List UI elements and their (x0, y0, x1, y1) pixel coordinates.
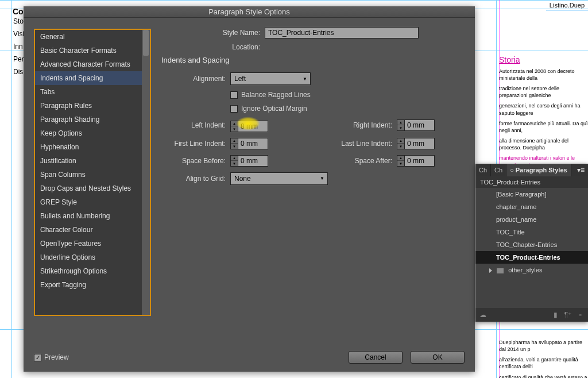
body-text: Duepipharma ha sviluppato a partire dal … (499, 339, 588, 353)
body-text: alla dimensione artigianale del processo… (499, 137, 588, 151)
disclosure-icon (489, 268, 492, 273)
balance-label: Balance Ragged Lines (241, 91, 311, 99)
balance-checkbox[interactable] (230, 91, 238, 99)
right-indent-spinner[interactable]: ▲▼ (397, 119, 483, 131)
sidebar-item-shading[interactable]: Paragraph Shading (35, 113, 150, 126)
panel-footer: ☁ ▮ ¶⁺ ▫ (475, 308, 588, 322)
align-grid-dropdown[interactable]: None (230, 172, 328, 185)
folder-icon (497, 268, 504, 273)
sidebar-item-justification[interactable]: Justification (35, 154, 150, 168)
space-after-input[interactable] (405, 155, 435, 167)
sidebar-item-indents[interactable]: Indents and Spacing (35, 71, 150, 85)
category-sidebar: General Basic Character Formats Advanced… (34, 29, 151, 316)
sidebar-item-keep[interactable]: Keep Options (35, 126, 150, 140)
style-toc-title[interactable]: TOC_Title (475, 226, 588, 238)
alignment-value: Left (234, 75, 246, 83)
folder-label: other_styles (508, 267, 542, 273)
space-before-spinner[interactable]: ▲▼ (230, 155, 316, 167)
ignore-label: Ignore Optical Margin (241, 105, 307, 113)
location-label: Location: (161, 43, 265, 51)
style-chapter-name[interactable]: chapter_name (475, 200, 588, 213)
space-after-spinner[interactable]: ▲▼ (397, 155, 483, 167)
panel-current-style: TOC_Product-Entries (475, 176, 588, 188)
body-text: certificato di qualità che verrà esteso … (499, 374, 588, 378)
body-text: generazioni, nel corso degli anni ha sap… (499, 102, 588, 116)
sidebar-item-span[interactable]: Span Columns (35, 168, 150, 182)
scrollbar-thumb[interactable] (143, 30, 149, 56)
paragraph-style-options-dialog: Paragraph Style Options General Basic Ch… (24, 6, 475, 372)
sidebar-item-opentype[interactable]: OpenType Features (35, 237, 150, 250)
space-after-label: Space After: (316, 157, 397, 165)
space-before-label: Space Before: (161, 157, 230, 165)
sidebar-item-hyphenation[interactable]: Hyphenation (35, 140, 150, 154)
sidebar-item-basic-char[interactable]: Basic Character Formats (35, 44, 150, 57)
body-text: tradizione nel settore delle preparazion… (499, 85, 588, 99)
sidebar-item-export[interactable]: Export Tagging (35, 278, 150, 292)
right-indent-input[interactable] (405, 119, 435, 131)
cancel-button[interactable]: Cancel (349, 351, 403, 364)
body-text: forme farmaceutiche più attuali. Da quì … (499, 120, 588, 134)
styles-list: [Basic Paragraph] chapter_name product_n… (475, 188, 588, 276)
sidebar-item-general[interactable]: General (35, 30, 150, 44)
dialog-main: Style Name: Location: Indents and Spacin… (161, 27, 465, 185)
sidebar-scrollbar[interactable] (142, 30, 150, 315)
sidebar-item-grep[interactable]: GREP Style (35, 195, 150, 209)
left-indent-input[interactable] (238, 121, 268, 132)
tab-ch2[interactable]: Ch (491, 164, 506, 176)
doc-bottom-text: Duepipharma ha sviluppato a partire dal … (499, 339, 588, 378)
ignore-checkbox[interactable] (230, 105, 238, 113)
storia-heading: Storia (499, 55, 588, 65)
left-indent-spinner[interactable]: ▲▼ (230, 121, 268, 132)
left-indent-label: Left Indent: (161, 121, 230, 129)
paragraph-styles-panel: Ch Ch ○Paragraph Styles ▾≡ TOC_Product-E… (475, 164, 588, 322)
sidebar-item-dropcaps[interactable]: Drop Caps and Nested Styles (35, 182, 150, 195)
dialog-bottom-bar: ✓ Preview Cancel OK (34, 351, 465, 364)
alignment-dropdown[interactable]: Left (230, 72, 311, 85)
preview-checkbox-row[interactable]: ✓ Preview (34, 353, 69, 361)
doc-heading-co: Co (13, 7, 24, 16)
alignment-label: Alignment: (161, 75, 230, 83)
right-indent-label: Right Indent: (316, 121, 397, 129)
tab-ch1[interactable]: Ch (475, 164, 491, 176)
preview-label: Preview (44, 353, 69, 361)
style-toc-product[interactable]: TOC_Product-Entries (475, 251, 588, 264)
style-name-label: Style Name: (161, 29, 265, 37)
sidebar-item-underline[interactable]: Underline Options (35, 250, 150, 264)
last-line-spinner[interactable]: ▲▼ (397, 138, 483, 149)
doc-header: Listino.Duep (546, 0, 588, 11)
dialog-title: Paragraph Style Options (24, 6, 475, 18)
style-folder-other[interactable]: other_styles (475, 264, 588, 276)
first-line-input[interactable] (238, 138, 268, 149)
sidebar-item-tabs[interactable]: Tabs (35, 85, 150, 99)
panel-menu-icon[interactable]: ▾≡ (574, 164, 588, 176)
align-grid-value: None (234, 175, 251, 183)
first-line-spinner[interactable]: ▲▼ (230, 138, 316, 149)
last-line-label: Last Line Indent: (316, 140, 397, 148)
sidebar-item-bullets[interactable]: Bullets and Numbering (35, 209, 150, 223)
new-style-icon[interactable]: ▫ (577, 311, 585, 319)
body-text: Autorizzata nel 2008 con decreto ministe… (499, 68, 588, 82)
style-basic-paragraph[interactable]: [Basic Paragraph] (475, 188, 588, 200)
style-toc-chapter[interactable]: TOC_Chapter-Entries (475, 238, 588, 251)
panel-tabs: Ch Ch ○Paragraph Styles ▾≡ (475, 164, 588, 176)
ok-button[interactable]: OK (411, 351, 465, 364)
last-line-input[interactable] (405, 138, 435, 149)
tab-paragraph-styles[interactable]: ○Paragraph Styles (506, 164, 571, 176)
align-grid-label: Align to Grid: (161, 175, 230, 183)
sidebar-item-color[interactable]: Character Colour (35, 223, 150, 237)
sync-icon[interactable]: ☁ (479, 311, 487, 319)
sidebar-item-rules[interactable]: Paragraph Rules (35, 99, 150, 113)
folder-icon[interactable]: ▮ (551, 311, 559, 319)
section-heading: Indents and Spacing (161, 56, 465, 64)
body-text: all'azienda, volti a garantire qualità c… (499, 356, 588, 370)
clear-overrides-icon[interactable]: ¶⁺ (564, 311, 572, 319)
sidebar-item-adv-char[interactable]: Advanced Character Formats (35, 57, 150, 71)
space-before-input[interactable] (238, 155, 268, 167)
preview-checkbox[interactable]: ✓ (34, 354, 41, 361)
style-product-name[interactable]: product_name (475, 213, 588, 226)
sidebar-item-strike[interactable]: Strikethrough Options (35, 264, 150, 278)
first-line-label: First Line Indent: (161, 140, 230, 148)
doc-filename: Listino.Duep (550, 2, 585, 9)
style-name-input[interactable] (265, 27, 419, 38)
